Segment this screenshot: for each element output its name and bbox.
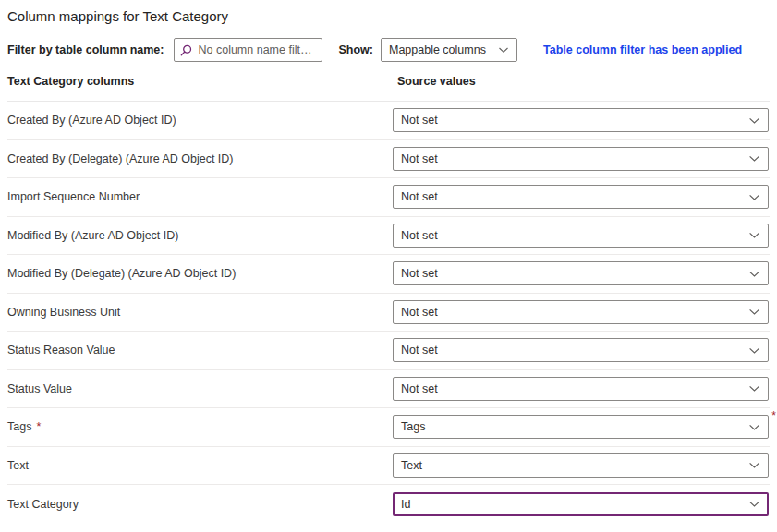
page-title: Column mappings for Text Category — [7, 0, 770, 24]
dropdown-value: Not set — [401, 190, 438, 203]
chevron-down-icon — [748, 345, 760, 357]
chevron-down-icon — [748, 229, 760, 241]
chevron-down-icon — [748, 191, 760, 203]
row-source-cell: Not set — [393, 108, 770, 132]
filter-by-column-label: Filter by table column name: — [7, 43, 164, 56]
table-row: Text Text — [7, 447, 770, 486]
row-source-cell: Not set — [393, 185, 770, 209]
row-source-cell: Not set — [393, 261, 770, 285]
source-value-dropdown[interactable]: Not set — [393, 147, 769, 171]
dropdown-value: Not set — [401, 152, 438, 165]
row-label: Modified By (Delegate) (Azure AD Object … — [7, 267, 393, 280]
dropdown-value: Not set — [401, 267, 438, 280]
chevron-down-icon — [748, 498, 760, 510]
table-row: Modified By (Azure AD Object ID) Not set — [7, 217, 770, 256]
mapping-rows: Created By (Azure AD Object ID) Not set … — [7, 102, 770, 524]
show-filter-value: Mappable columns — [389, 43, 486, 56]
table-row: Status Value Not set — [7, 370, 770, 409]
source-value-dropdown[interactable]: Not set — [393, 377, 769, 401]
source-value-dropdown[interactable]: Not set — [393, 185, 769, 209]
table-header-row: Text Category columns Source values — [7, 62, 770, 102]
row-source-cell: Tags * — [393, 415, 770, 439]
dropdown-value: Tags — [401, 420, 425, 433]
row-source-cell: Not set — [393, 300, 770, 324]
row-label-text: Created By (Azure AD Object ID) — [7, 114, 176, 127]
chevron-down-icon — [498, 44, 509, 55]
table-row: Created By (Delegate) (Azure AD Object I… — [7, 140, 770, 179]
search-icon — [180, 44, 192, 56]
row-label: Status Value — [7, 382, 393, 395]
show-label: Show: — [338, 43, 373, 56]
row-source-cell: Not set — [393, 147, 770, 171]
row-label: Status Reason Value — [7, 344, 393, 357]
row-source-cell: Text — [393, 453, 770, 478]
chevron-down-icon — [748, 421, 760, 433]
row-label-text: Owning Business Unit — [7, 306, 120, 319]
source-value-dropdown[interactable]: Id — [393, 492, 769, 516]
chevron-down-icon — [748, 115, 760, 127]
dropdown-value: Text — [401, 459, 422, 472]
dropdown-value: Id — [401, 498, 410, 511]
column-mappings-panel: Column mappings for Text Category Filter… — [0, 0, 777, 524]
row-label-text: Status Reason Value — [7, 344, 115, 357]
row-source-cell: Not set — [393, 224, 770, 248]
chevron-down-icon — [748, 306, 760, 318]
table-row: Status Reason Value Not set — [7, 332, 770, 370]
source-value-dropdown[interactable]: Not set — [393, 224, 769, 248]
dropdown-value: Not set — [401, 382, 438, 395]
column-header-source-values: Source values — [393, 75, 770, 88]
row-label-text: Status Value — [7, 382, 72, 395]
row-label: Import Sequence Number — [7, 190, 393, 203]
show-filter-dropdown[interactable]: Mappable columns — [381, 38, 517, 62]
row-label-text: Modified By (Azure AD Object ID) — [7, 229, 178, 242]
row-label: Text Category — [7, 498, 393, 511]
row-label: Created By (Azure AD Object ID) — [7, 114, 393, 127]
source-value-dropdown[interactable]: Not set — [393, 338, 769, 362]
row-source-cell: Id — [393, 492, 770, 516]
table-column-filter-applied-link[interactable]: Table column filter has been applied — [543, 43, 742, 56]
row-label-text: Text — [7, 459, 29, 472]
column-name-filter-searchbox[interactable] — [174, 38, 322, 62]
required-asterisk: * — [36, 420, 41, 433]
dropdown-value: Not set — [401, 114, 438, 127]
source-value-dropdown[interactable]: Text — [393, 453, 769, 478]
dropdown-value: Not set — [401, 306, 438, 319]
column-header-text-category-columns: Text Category columns — [7, 75, 393, 88]
row-label: Text — [7, 459, 393, 472]
table-row: Modified By (Delegate) (Azure AD Object … — [7, 255, 770, 294]
row-label: Tags* — [7, 420, 393, 433]
row-label-text: Created By (Delegate) (Azure AD Object I… — [7, 152, 234, 165]
row-label: Modified By (Azure AD Object ID) — [7, 229, 393, 242]
source-value-dropdown[interactable]: Tags — [393, 415, 769, 439]
source-value-dropdown[interactable]: Not set — [393, 108, 769, 132]
table-row: Text Category Id — [7, 485, 770, 524]
table-row: Tags* Tags * — [7, 408, 770, 447]
table-row: Owning Business Unit Not set — [7, 294, 770, 332]
required-asterisk-outer: * — [771, 410, 776, 421]
row-label-text: Modified By (Delegate) (Azure AD Object … — [7, 267, 236, 280]
row-source-cell: Not set — [393, 377, 770, 401]
chevron-down-icon — [748, 268, 760, 280]
row-label-text: Import Sequence Number — [7, 190, 140, 203]
table-row: Created By (Azure AD Object ID) Not set — [7, 102, 770, 140]
chevron-down-icon — [748, 152, 760, 164]
chevron-down-icon — [748, 382, 760, 394]
table-row: Import Sequence Number Not set — [7, 178, 770, 217]
dropdown-value: Not set — [401, 344, 438, 357]
chevron-down-icon — [748, 459, 760, 471]
source-value-dropdown[interactable]: Not set — [393, 300, 769, 324]
filter-bar: Filter by table column name: Show: Mappa… — [7, 38, 770, 62]
row-source-cell: Not set — [393, 338, 770, 362]
search-input[interactable] — [198, 43, 316, 56]
row-label: Owning Business Unit — [7, 306, 393, 319]
row-label-text: Tags — [7, 420, 31, 433]
dropdown-value: Not set — [401, 229, 438, 242]
row-label: Created By (Delegate) (Azure AD Object I… — [7, 152, 393, 165]
row-label-text: Text Category — [7, 498, 79, 511]
source-value-dropdown[interactable]: Not set — [393, 261, 769, 285]
